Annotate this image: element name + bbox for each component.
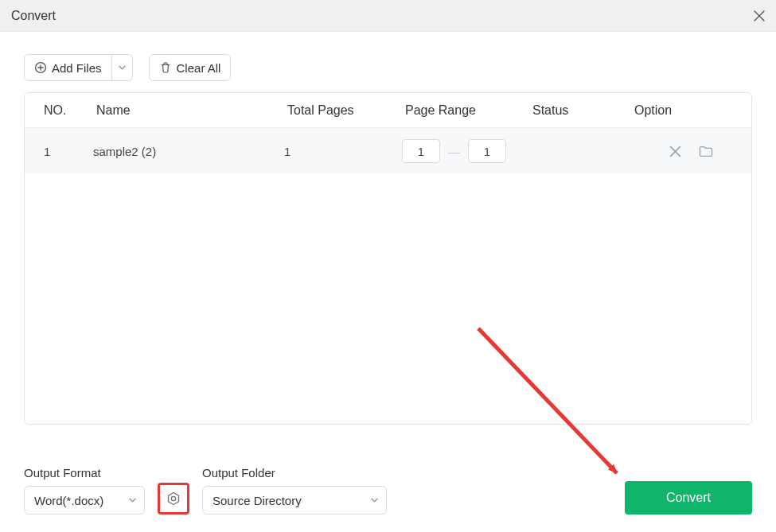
cell-option [631, 146, 751, 157]
row-open-folder-button[interactable] [699, 146, 713, 157]
cell-no: 1 [25, 145, 93, 158]
add-files-button[interactable]: Add Files [24, 54, 112, 81]
output-format-value: Word(*.docx) [34, 494, 103, 507]
table-row: 1 sample2 (2) 1 — [25, 128, 751, 174]
caret-down-icon [129, 498, 136, 503]
window-title: Convert [11, 9, 56, 23]
file-table: NO. Name Total Pages Page Range Status O… [24, 92, 752, 425]
toolbar: Add Files Clear All [24, 54, 752, 81]
column-header-no: NO. [25, 103, 93, 118]
column-header-option: Option [631, 103, 751, 118]
output-folder-value: Source Directory [213, 494, 302, 507]
page-range-to-input[interactable] [468, 139, 506, 163]
svg-point-2 [171, 496, 175, 500]
table-header: NO. Name Total Pages Page Range Status O… [25, 93, 751, 128]
output-folder-dropdown[interactable]: Source Directory [202, 486, 387, 515]
folder-icon [699, 146, 713, 157]
caret-down-icon [371, 498, 378, 503]
clear-all-label: Clear All [177, 61, 221, 75]
output-folder-label: Output Folder [202, 466, 387, 480]
gear-icon [166, 491, 181, 507]
cell-page-range: — [402, 139, 529, 163]
cell-name: sample2 (2) [93, 145, 284, 158]
clear-all-button[interactable]: Clear All [149, 54, 232, 81]
range-dash: — [448, 145, 460, 158]
column-header-name: Name [93, 103, 284, 118]
close-button[interactable] [754, 10, 765, 21]
output-format-label: Output Format [24, 466, 145, 480]
plus-circle-icon [34, 61, 47, 74]
convert-button[interactable]: Convert [625, 481, 752, 515]
column-header-status: Status [529, 103, 631, 118]
titlebar: Convert [0, 0, 776, 32]
column-header-total-pages: Total Pages [284, 103, 402, 118]
caret-down-icon [119, 65, 126, 70]
add-files-group: Add Files [24, 54, 133, 81]
output-folder-field: Output Folder Source Directory [202, 466, 387, 515]
row-remove-button[interactable] [669, 146, 681, 157]
footer: Output Format Word(*.docx) Output Folder… [24, 466, 752, 515]
output-format-dropdown[interactable]: Word(*.docx) [24, 486, 145, 515]
close-icon [669, 146, 681, 157]
settings-button[interactable] [158, 483, 189, 515]
output-format-field: Output Format Word(*.docx) [24, 466, 145, 515]
svg-marker-1 [169, 493, 179, 505]
column-header-page-range: Page Range [402, 103, 529, 118]
close-icon [754, 10, 765, 21]
add-files-dropdown[interactable] [112, 54, 133, 81]
convert-label: Convert [666, 491, 711, 505]
trash-icon [159, 61, 172, 74]
cell-total-pages: 1 [284, 145, 402, 158]
page-range-from-input[interactable] [402, 139, 440, 163]
add-files-label: Add Files [52, 61, 102, 75]
